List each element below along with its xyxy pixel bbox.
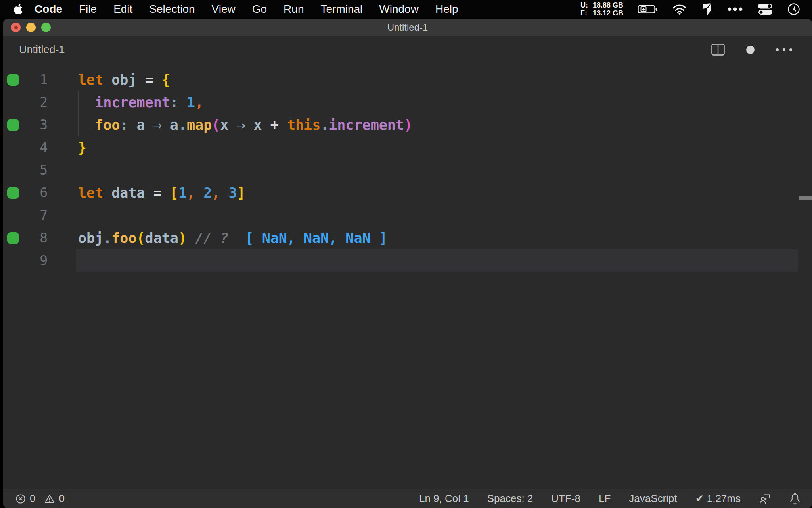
traffic-lights: [11, 19, 51, 36]
gutter-spacer: [3, 204, 27, 227]
line-number: 6: [27, 185, 48, 200]
error-icon: [15, 493, 26, 504]
gutter-spacer: [3, 159, 27, 181]
memory-stats[interactable]: U: 18.88 GB F: 13.12 GB: [580, 1, 623, 17]
split-editor-icon[interactable]: [711, 44, 725, 56]
warning-icon: [44, 493, 55, 504]
gutter-spacer: [3, 91, 27, 114]
menu-item-view[interactable]: View: [203, 3, 244, 15]
errors-count: 0: [30, 493, 35, 505]
code-text: }: [76, 136, 86, 159]
overview-ruler[interactable]: [799, 64, 812, 489]
line-number: 8: [27, 230, 48, 246]
ellipsis-icon[interactable]: [727, 7, 743, 11]
code-line-2[interactable]: 2 increment: 1,: [3, 91, 812, 114]
code-line-4[interactable]: 4}: [3, 136, 812, 159]
status-item-utf-8[interactable]: UTF-8: [551, 493, 580, 505]
coverage-indicator: [3, 227, 27, 249]
line-number: 1: [27, 72, 48, 87]
coverage-indicator: [3, 114, 27, 136]
overview-ruler-cursor-mark: [799, 196, 812, 200]
status-right: Ln 9, Col 1Spaces: 2UTF-8LFJavaScript✔ 1…: [419, 493, 812, 505]
line-number: 9: [27, 253, 48, 268]
memory-free-label: F:: [580, 9, 588, 17]
menu-item-go[interactable]: Go: [244, 3, 275, 15]
code-line-3[interactable]: 3 foo: a ⇒ a.map(x ⇒ x + this.increment): [3, 114, 812, 136]
app-cube-icon[interactable]: [701, 3, 713, 15]
status-bar: 0 0 Ln 9, Col 1Spaces: 2UTF-8LFJavaScrip…: [3, 489, 812, 508]
gutter-spacer: [3, 249, 27, 272]
code-line-5[interactable]: 5: [3, 159, 812, 181]
menu-item-edit[interactable]: Edit: [105, 3, 141, 15]
menubar-status-area: U: 18.88 GB F: 13.12 GB: [580, 1, 812, 17]
code-text: obj.foo(data) // ? [ NaN, NaN, NaN ]: [76, 227, 387, 249]
editor-header: Untitled-1: [3, 36, 812, 64]
problems-button[interactable]: 0 0: [3, 493, 65, 505]
status-item-1-27ms[interactable]: ✔ 1.27ms: [695, 493, 741, 505]
code-line-6[interactable]: 6let data = [1, 2, 3]: [3, 181, 812, 204]
code-text: foo: a ⇒ a.map(x ⇒ x + this.increment): [76, 114, 412, 136]
wifi-icon[interactable]: [672, 4, 687, 15]
line-number: 7: [27, 208, 48, 223]
macos-menu-bar: Code FileEditSelectionViewGoRunTerminalW…: [0, 0, 812, 18]
coverage-indicator: [3, 181, 27, 204]
editor-actions: [711, 44, 812, 56]
code-line-7[interactable]: 7: [3, 204, 812, 227]
status-item-lf[interactable]: LF: [599, 493, 611, 505]
code-text: [76, 204, 78, 227]
window-title: Untitled-1: [387, 22, 428, 33]
line-number: 2: [27, 94, 48, 110]
zoom-window-button[interactable]: [41, 23, 51, 32]
close-window-button[interactable]: [11, 23, 21, 32]
menu-item-help[interactable]: Help: [427, 3, 467, 15]
code-text: [76, 249, 78, 272]
battery-icon[interactable]: [638, 4, 658, 14]
window-title-bar[interactable]: Untitled-1: [3, 19, 812, 36]
menu-item-run[interactable]: Run: [275, 3, 312, 15]
vscode-window: Untitled-1 Untitled-1 1let obj = {2 incr…: [3, 19, 812, 508]
feedback-icon[interactable]: [759, 493, 771, 505]
code-text: let obj = {: [76, 68, 170, 91]
code-editor[interactable]: 1let obj = {2 increment: 1,3 foo: a ⇒ a.…: [3, 64, 812, 489]
code-text: let data = [1, 2, 3]: [76, 181, 245, 204]
bell-icon[interactable]: [789, 493, 801, 505]
code-text: increment: 1,: [76, 91, 203, 114]
status-item-spaces-2[interactable]: Spaces: 2: [487, 493, 533, 505]
open-file-label[interactable]: Untitled-1: [19, 44, 65, 56]
memory-free-value: 13.12 GB: [593, 9, 623, 17]
line-number: 5: [27, 162, 48, 178]
memory-used-value: 18.88 GB: [593, 1, 623, 9]
coverage-indicator: [3, 68, 27, 91]
status-item-ln-9-col-1[interactable]: Ln 9, Col 1: [419, 493, 469, 505]
status-item-javascript[interactable]: JavaScript: [629, 493, 677, 505]
line-number: 3: [27, 117, 48, 133]
control-center-icon[interactable]: [757, 3, 773, 15]
gutter-spacer: [3, 136, 27, 159]
code-line-8[interactable]: 8obj.foo(data) // ? [ NaN, NaN, NaN ]: [3, 227, 812, 249]
menu-item-window[interactable]: Window: [371, 3, 427, 15]
warnings-count: 0: [59, 493, 64, 505]
menu-items: FileEditSelectionViewGoRunTerminalWindow…: [71, 3, 466, 15]
menu-item-file[interactable]: File: [71, 3, 105, 15]
code-text: [76, 159, 78, 181]
menu-item-app-name[interactable]: Code: [26, 3, 71, 15]
code-area[interactable]: 1let obj = {2 increment: 1,3 foo: a ⇒ a.…: [3, 64, 812, 272]
apple-icon: [13, 3, 23, 15]
memory-used-label: U:: [580, 1, 588, 9]
menu-item-terminal[interactable]: Terminal: [312, 3, 371, 15]
minimize-window-button[interactable]: [26, 23, 36, 32]
apple-menu[interactable]: [13, 3, 23, 15]
more-actions-icon[interactable]: [776, 48, 792, 51]
line-number: 4: [27, 140, 48, 155]
code-line-9[interactable]: 9: [3, 249, 812, 272]
unsaved-dot-icon[interactable]: [746, 46, 755, 54]
code-line-1[interactable]: 1let obj = {: [3, 68, 812, 91]
menu-item-selection[interactable]: Selection: [141, 3, 203, 15]
clock-icon[interactable]: [787, 3, 800, 15]
